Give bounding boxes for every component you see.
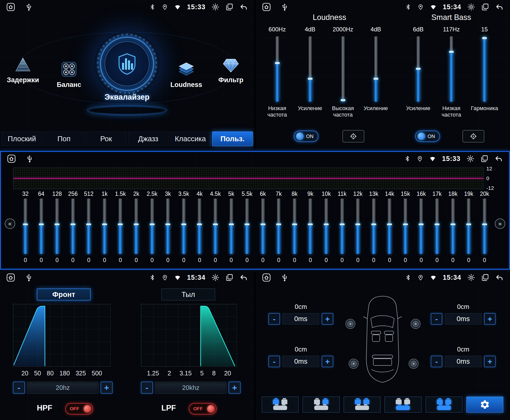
vertical-slider[interactable]: 2000Hz Высокая частота	[326, 26, 359, 118]
band-slider[interactable]	[467, 199, 470, 254]
band-slider[interactable]	[134, 199, 138, 254]
band-slider[interactable]	[324, 199, 328, 254]
band-slider[interactable]	[214, 199, 217, 254]
band-slider[interactable]	[309, 199, 312, 254]
band-slider[interactable]	[198, 199, 201, 254]
brightness-icon[interactable]	[467, 3, 475, 11]
band-slider[interactable]	[55, 199, 59, 254]
seat-preset-button[interactable]	[303, 397, 339, 413]
preset-tab[interactable]: Польз.	[212, 132, 253, 146]
smartbass-on-toggle[interactable]: ON	[415, 131, 440, 142]
band-slider[interactable]	[372, 199, 376, 254]
menu-item-delays[interactable]: Задержки	[4, 57, 42, 84]
back-icon[interactable]	[495, 3, 504, 11]
delay-minus-button[interactable]: -	[268, 356, 280, 367]
slider-track[interactable]	[417, 36, 420, 102]
hpf-plus-button[interactable]: +	[101, 382, 113, 394]
back-icon[interactable]	[495, 274, 504, 281]
menu-item-balance[interactable]: Баланс	[50, 61, 88, 89]
vertical-slider[interactable]: 15 Гармоника	[468, 26, 501, 118]
menu-item-loudness[interactable]: Loudness	[168, 61, 205, 89]
vertical-slider[interactable]: 4dB Усиление	[359, 26, 392, 118]
slider-track[interactable]	[309, 36, 312, 102]
home-icon[interactable]	[262, 3, 271, 11]
band-slider[interactable]	[182, 199, 186, 254]
loudness-on-toggle[interactable]: ON	[294, 131, 319, 142]
brightness-icon[interactable]	[467, 274, 475, 281]
settings-button[interactable]	[466, 397, 503, 413]
band-slider[interactable]	[40, 199, 43, 254]
band-slider[interactable]	[230, 199, 233, 254]
delay-minus-button[interactable]: -	[431, 356, 442, 367]
brightness-icon[interactable]	[211, 3, 219, 11]
lpf-minus-button[interactable]: -	[141, 382, 153, 394]
band-slider[interactable]	[87, 199, 90, 254]
band-slider[interactable]	[404, 199, 407, 254]
band-slider[interactable]	[483, 199, 486, 254]
hpf-off-toggle[interactable]: OFF	[65, 403, 93, 415]
slider-track[interactable]	[374, 36, 378, 102]
seat-preset-button[interactable]	[262, 397, 299, 413]
preset-tab[interactable]: Рок	[86, 132, 126, 146]
menu-item-filter[interactable]: Фильтр	[212, 57, 250, 84]
lpf-plus-button[interactable]: +	[229, 382, 241, 394]
scroll-left-button[interactable]: «	[5, 218, 15, 229]
band-slider[interactable]	[166, 199, 170, 254]
back-icon[interactable]	[239, 3, 248, 11]
delay-plus-button[interactable]: +	[322, 313, 333, 325]
delay-minus-button[interactable]: -	[431, 313, 442, 325]
band-slider[interactable]	[419, 199, 423, 254]
preset-tab[interactable]: Поп	[44, 132, 84, 146]
back-icon[interactable]	[239, 274, 248, 281]
vertical-slider[interactable]: 6dB Усиление	[402, 26, 435, 118]
vertical-slider[interactable]: 117Hz Низкая частота	[435, 26, 468, 118]
band-slider[interactable]	[150, 199, 154, 254]
slider-track[interactable]	[341, 36, 345, 102]
delay-plus-button[interactable]: +	[484, 356, 496, 367]
recent-apps-icon[interactable]	[481, 274, 489, 281]
recent-apps-icon[interactable]	[481, 3, 489, 11]
brightness-icon[interactable]	[466, 155, 474, 163]
tab-front[interactable]: Фронт	[37, 288, 91, 300]
recent-apps-icon[interactable]	[480, 155, 488, 163]
vertical-slider[interactable]: 4dB Усиление	[294, 26, 326, 118]
band-slider[interactable]	[261, 199, 265, 254]
slider-track[interactable]	[276, 36, 279, 102]
lpf-off-toggle[interactable]: OFF	[189, 403, 217, 415]
hpf-minus-button[interactable]: -	[13, 382, 25, 394]
band-slider[interactable]	[119, 199, 122, 254]
band-slider[interactable]	[356, 199, 360, 254]
band-slider[interactable]	[71, 199, 75, 254]
preset-tab[interactable]: Джазз	[128, 132, 169, 146]
back-icon[interactable]	[494, 155, 503, 163]
scroll-right-button[interactable]: »	[495, 218, 505, 229]
band-slider[interactable]	[24, 199, 27, 254]
band-slider[interactable]	[340, 199, 344, 254]
band-slider[interactable]	[451, 199, 455, 254]
recent-apps-icon[interactable]	[225, 274, 233, 281]
band-slider[interactable]	[435, 199, 439, 254]
seat-preset-button[interactable]	[344, 397, 381, 413]
recent-apps-icon[interactable]	[225, 3, 233, 11]
vertical-slider[interactable]: 600Hz Низкая частота	[261, 26, 294, 118]
preset-tab[interactable]: Плоский	[1, 132, 42, 146]
home-icon[interactable]	[262, 273, 271, 282]
home-icon[interactable]	[7, 154, 16, 163]
preset-tab[interactable]: Классика	[170, 132, 211, 146]
smartbass-target-button[interactable]	[462, 130, 484, 142]
delay-minus-button[interactable]: -	[268, 313, 280, 325]
band-slider[interactable]	[277, 199, 280, 254]
home-icon[interactable]	[6, 273, 15, 282]
band-slider[interactable]	[103, 199, 106, 254]
menu-item-equalizer[interactable]	[95, 31, 159, 96]
tab-rear[interactable]: Тыл	[161, 288, 215, 300]
seat-preset-button[interactable]	[384, 397, 421, 413]
home-icon[interactable]	[6, 3, 15, 11]
loudness-target-button[interactable]	[342, 130, 364, 142]
band-slider[interactable]	[293, 199, 296, 254]
band-slider[interactable]	[245, 199, 249, 254]
delay-plus-button[interactable]: +	[322, 356, 333, 367]
seat-preset-button[interactable]	[426, 397, 462, 413]
slider-track[interactable]	[483, 36, 486, 102]
band-slider[interactable]	[388, 199, 391, 254]
